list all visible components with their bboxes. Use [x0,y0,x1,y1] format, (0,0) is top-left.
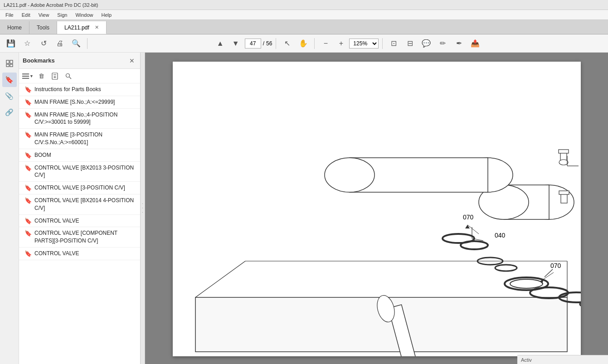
svg-point-22 [325,158,375,192]
svg-rect-3 [10,64,13,67]
toolbar-separator-1 [87,38,88,49]
main-layout: 🔖 📎 🔗 Bookmarks ✕ ▼ 🗑 [0,53,608,364]
svg-line-54 [540,272,554,281]
bookmark-item-cv[interactable]: 🔖 CONTROL VALVE [19,215,140,228]
menu-file[interactable]: File [2,11,17,19]
select-tool-button[interactable]: ↖ [280,36,294,51]
bookmark-item-cv-3pos[interactable]: 🔖 CONTROL VALVE [3-POSITION C/V] [19,182,140,194]
page-number-input[interactable] [245,39,261,49]
bookmarks-options-button[interactable]: ▼ [22,70,34,82]
bookmark-label-1: MAIN FRAME [S.No.;A:<=29999] [34,98,115,106]
bookmarks-delete-button[interactable]: 🗑 [35,70,47,82]
search-button[interactable]: 🔍 [69,36,83,51]
zoom-select[interactable]: 125% 100% 75% 150% [349,39,379,49]
bookmark-button[interactable]: ☆ [20,36,34,51]
bookmark-label-7: CONTROL VALVE [BX2014 4-POSITION C/V] [34,197,136,212]
toolbar-separator-3 [314,38,315,49]
bookmark-label-9: CONTROL VALVE [COMPONENT PARTS][3-POSITI… [34,229,136,245]
bookmark-label-2: MAIN FRAME [S.No.;4-POSITION C/V:>=30001… [34,111,136,126]
svg-line-52 [467,225,479,234]
bookmark-label-3: MAIN FRAME [3-POSITION C/V:S.No.;A:>=600… [34,131,136,146]
bookmarks-add-button[interactable] [49,70,61,82]
back-button[interactable]: ↺ [36,36,51,51]
comment-button[interactable]: 💬 [419,36,433,51]
bookmarks-panel: Bookmarks ✕ ▼ 🗑 [19,53,141,364]
zoom-in-button[interactable]: + [334,36,348,51]
bookmarks-close-button[interactable]: ✕ [127,56,136,65]
panel-resize-handle[interactable]: · · · [141,53,145,364]
bookmark-icon-5: 🔖 [24,165,32,171]
menu-window[interactable]: Window [72,11,97,19]
bookmark-item-cv-bx2014[interactable]: 🔖 CONTROL VALVE [BX2014 4-POSITION C/V] [19,194,140,215]
label-070-left: 070 [463,214,474,221]
svg-rect-6 [22,78,29,78]
prev-page-button[interactable]: ▲ [213,36,228,51]
page-separator: / [263,40,264,47]
bookmark-icon-3: 🔖 [24,131,32,138]
pdf-content-area[interactable]: 080 020 020 ↕ 090 010 080 [145,53,608,364]
left-icon-attachments[interactable]: 🔗 [2,105,17,120]
bookmark-label-5: CONTROL VALVE [BX2013 3-POSITION C/V] [34,164,136,180]
next-page-button[interactable]: ▼ [229,36,243,51]
bookmarks-search-button[interactable] [63,70,74,82]
bookmark-item-mainframe1[interactable]: 🔖 MAIN FRAME [S.No.;A:<=29999] [19,96,140,109]
annotate-button[interactable]: ✒ [452,36,466,51]
save-button[interactable]: 💾 [4,36,18,51]
fit-page-button[interactable]: ⊡ [386,36,401,51]
bookmark-icon-6: 🔖 [24,184,32,191]
bookmark-icon-0: 🔖 [24,86,32,93]
hand-tool-button[interactable]: ✋ [296,36,311,51]
left-icon-bookmarks[interactable]: 🔖 [2,73,17,87]
svg-rect-5 [22,76,29,77]
page-input-area: / 56 [245,39,272,49]
left-icon-page-thumbnails[interactable] [2,56,17,71]
tab-tools[interactable]: Tools [29,21,57,34]
bookmark-label-4: BOOM [34,151,51,159]
svg-line-14 [195,261,245,297]
highlight-button[interactable]: ✏ [435,36,450,51]
menu-edit[interactable]: Edit [18,11,34,19]
bookmarks-toolbar: ▼ 🗑 [19,69,140,83]
svg-point-38 [495,265,517,271]
tab-document[interactable]: LA211.pdf ✕ [57,21,107,34]
svg-point-25 [559,160,568,165]
left-icon-layers[interactable]: 📎 [2,89,17,103]
svg-marker-53 [465,225,470,228]
bookmark-item-boom[interactable]: 🔖 BOOM [19,149,140,162]
bookmark-icon-10: 🔖 [24,250,32,257]
title-bar: LA211.pdf - Adobe Acrobat Pro DC (32-bit… [0,0,608,10]
bookmark-item-mainframe3[interactable]: 🔖 MAIN FRAME [3-POSITION C/V:S.No.;A:>=6… [19,129,140,149]
svg-point-31 [510,279,543,288]
toolbar: 💾 ☆ ↺ 🖨 🔍 ▲ ▼ / 56 ↖ ✋ − + 125% 100% 75%… [0,34,608,53]
status-text: Activ [521,357,532,363]
label-070-mid: 070 [550,262,561,269]
bookmark-label-0: Instructions for Parts Books [34,86,101,93]
tab-close-icon[interactable]: ✕ [95,24,99,30]
bookmark-item-cv-last[interactable]: 🔖 CONTROL VALVE [19,248,140,260]
print-button[interactable]: 🖨 [53,36,67,51]
left-icon-panel: 🔖 📎 🔗 [0,53,19,364]
svg-rect-1 [10,60,13,63]
page-total: 56 [266,40,272,47]
tab-home[interactable]: Home [0,21,29,34]
menu-help[interactable]: Help [98,11,116,19]
share-button[interactable]: 📤 [468,36,482,51]
menu-view[interactable]: View [35,11,53,19]
zoom-out-button[interactable]: − [318,36,333,51]
bookmark-item-cv-bx2013[interactable]: 🔖 CONTROL VALVE [BX2013 3-POSITION C/V] [19,162,140,182]
svg-rect-24 [559,150,569,153]
bookmarks-title: Bookmarks [23,57,55,64]
bookmark-label-8: CONTROL VALVE [34,217,79,225]
bookmark-item-instructions[interactable]: 🔖 Instructions for Parts Books [19,83,140,96]
fit-width-button[interactable]: ⊟ [403,36,417,51]
bookmark-icon-7: 🔖 [24,197,32,204]
bookmark-icon-9: 🔖 [24,230,32,237]
zoom-area: − + 125% 100% 75% 150% [318,36,379,51]
bookmark-item-mainframe2[interactable]: 🔖 MAIN FRAME [S.No.;4-POSITION C/V:>=300… [19,109,140,129]
bookmark-icon-8: 🔖 [24,218,32,224]
resize-dots-icon: · · · [140,203,145,214]
menu-sign[interactable]: Sign [54,11,71,19]
toolbar-separator-2 [276,38,276,49]
bookmark-item-cv-comp-3pos[interactable]: 🔖 CONTROL VALVE [COMPONENT PARTS][3-POSI… [19,227,140,248]
pdf-page: 080 020 020 ↕ 090 010 080 [173,62,581,356]
